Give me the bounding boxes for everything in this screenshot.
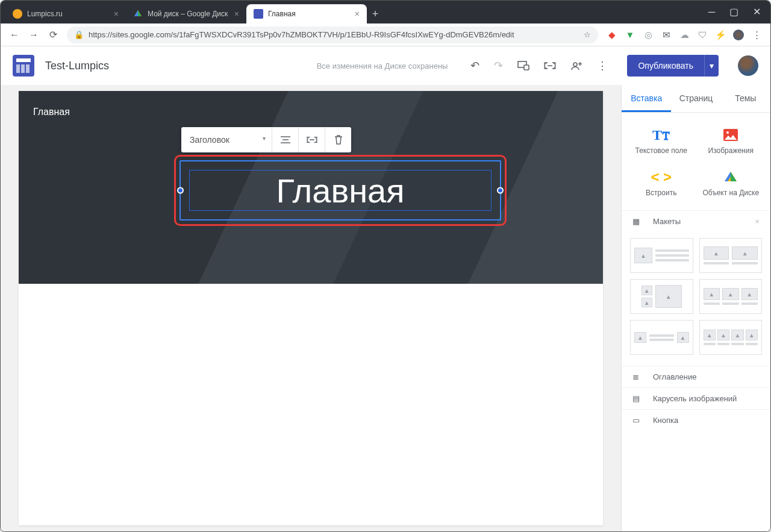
favicon: [13, 9, 22, 19]
side-tabs: Вставка Страниц Темы: [622, 85, 770, 113]
ext-icon[interactable]: ▼: [625, 30, 635, 40]
sites-app-icon[interactable]: [13, 55, 34, 77]
link-icon[interactable]: [544, 62, 556, 69]
svg-marker-2: [134, 10, 138, 16]
text-editor[interactable]: Главная: [189, 170, 492, 211]
preview-icon[interactable]: [517, 61, 529, 70]
tab-pages[interactable]: Страниц: [671, 85, 720, 112]
tab-themes[interactable]: Темы: [721, 85, 770, 112]
close-icon[interactable]: ×: [114, 9, 119, 19]
align-icon[interactable]: [272, 127, 298, 152]
undo-icon[interactable]: ↶: [470, 59, 479, 72]
button-icon: ▭: [632, 416, 645, 425]
layout-option[interactable]: ▲: [630, 238, 693, 273]
tab-label: Мой диск – Google Диск: [148, 10, 229, 18]
layout-option[interactable]: ▲▲▲: [699, 279, 763, 314]
close-icon[interactable]: ×: [355, 9, 360, 19]
tab-label: Главная: [268, 10, 350, 18]
textbox-icon: Tᴛ: [629, 126, 694, 144]
ext-avatar[interactable]: [733, 30, 744, 40]
delete-icon[interactable]: [325, 127, 351, 152]
extension-icons: ◆ ▼ ◎ ✉ ☁ 🛡 ⚡ ⋮: [607, 30, 762, 40]
autosave-status: Все изменения на Диске сохранены: [317, 61, 448, 70]
svg-marker-9: [731, 172, 737, 181]
layout-option[interactable]: ▲▲▲▲: [699, 320, 763, 355]
more-icon[interactable]: ⋮: [597, 59, 608, 72]
label: Изображения: [699, 146, 764, 155]
url-text: https://sites.google.com/s/1faFgTWSXDCvR…: [89, 30, 579, 39]
insert-drive[interactable]: Объект на Диске: [696, 163, 766, 202]
insert-images[interactable]: Изображения: [696, 121, 766, 160]
chrome-menu-icon[interactable]: ⋮: [751, 30, 762, 40]
window-controls: ─ ▢ ✕: [699, 6, 770, 23]
svg-marker-1: [138, 10, 142, 16]
tab-label: Lumpics.ru: [27, 10, 109, 18]
svg-point-5: [573, 63, 577, 66]
drive-icon: [699, 168, 764, 186]
publish-button[interactable]: Опубликовать: [627, 55, 704, 77]
selection-frame[interactable]: Главная: [179, 160, 501, 221]
browser-tabs: Lumpics.ru × Мой диск – Google Диск × Гл…: [1, 4, 699, 23]
layout-option[interactable]: ▲▲▲: [630, 279, 693, 314]
insert-embed[interactable]: < > Встроить: [626, 163, 696, 202]
layout-option[interactable]: ▲▲: [699, 238, 763, 273]
hero-title-text[interactable]: Главная: [276, 171, 404, 210]
label: Кнопка: [653, 416, 678, 425]
titlebar: Lumpics.ru × Мой диск – Google Диск × Гл…: [1, 1, 770, 23]
share-icon[interactable]: [570, 61, 582, 70]
label: Оглавление: [653, 372, 696, 381]
back-button[interactable]: ←: [9, 30, 20, 40]
ext-icon[interactable]: ☁: [679, 30, 690, 40]
browser-tab-1[interactable]: Lumpics.ru ×: [5, 4, 126, 23]
redo-icon[interactable]: ↷: [494, 59, 503, 72]
resize-handle-left[interactable]: [177, 187, 184, 194]
new-tab-button[interactable]: +: [367, 4, 384, 23]
close-icon[interactable]: ✕: [753, 6, 761, 17]
embed-icon: < >: [629, 168, 694, 186]
app-actions: ↶ ↷ ⋮: [470, 59, 608, 72]
account-avatar[interactable]: [738, 55, 758, 76]
insert-carousel[interactable]: ▤Карусель изображений: [622, 387, 770, 409]
minimize-icon[interactable]: ─: [708, 7, 715, 17]
browser-tab-3[interactable]: Главная ×: [246, 4, 367, 23]
svg-rect-4: [524, 65, 529, 70]
favicon: [133, 9, 143, 19]
insert-textbox[interactable]: Tᴛ Текстовое поле: [626, 121, 696, 160]
tab-insert[interactable]: Вставка: [622, 85, 671, 112]
svg-point-7: [726, 131, 729, 134]
hero-section[interactable]: Главная Заголовок Главная: [19, 91, 603, 284]
page-preview: Главная Заголовок Главная: [19, 91, 603, 525]
layouts-grid: ▲ ▲▲ ▲▲▲ ▲▲▲ ▲▲ ▲▲▲▲: [622, 232, 770, 366]
label: Карусель изображений: [653, 394, 737, 403]
layout-option[interactable]: ▲▲: [630, 320, 693, 355]
ext-icon[interactable]: ◆: [607, 30, 617, 40]
maximize-icon[interactable]: ▢: [729, 6, 738, 17]
layouts-header[interactable]: ▦Макеты ×: [622, 210, 770, 232]
reload-button[interactable]: ⟳: [48, 29, 58, 40]
text-style-select[interactable]: Заголовок: [181, 135, 272, 145]
page-name[interactable]: Главная: [33, 107, 70, 117]
ext-icon[interactable]: ✉: [661, 30, 672, 40]
side-panel: Вставка Страниц Темы Tᴛ Текстовое поле И…: [621, 85, 770, 531]
close-icon[interactable]: ×: [234, 9, 239, 19]
browser-tab-2[interactable]: Мой диск – Google Диск ×: [126, 4, 246, 23]
document-name[interactable]: Test-Lumpics: [45, 60, 109, 72]
forward-button[interactable]: →: [28, 30, 39, 40]
resize-handle-right[interactable]: [497, 187, 504, 194]
carousel-icon: ▤: [632, 394, 645, 403]
publish-dropdown[interactable]: ▾: [704, 55, 719, 77]
app-toolbar: Test-Lumpics Все изменения на Диске сохр…: [1, 46, 770, 85]
insert-link-icon[interactable]: [298, 127, 325, 152]
insert-toc[interactable]: ≣Оглавление: [622, 366, 770, 387]
ext-icon[interactable]: ⚡: [715, 30, 726, 40]
canvas[interactable]: Главная Заголовок Главная: [1, 85, 621, 531]
close-icon[interactable]: ×: [755, 217, 760, 226]
star-icon[interactable]: ☆: [584, 30, 591, 39]
ext-icon[interactable]: ◎: [643, 30, 654, 40]
ext-icon[interactable]: 🛡: [697, 30, 708, 40]
label: Макеты: [653, 217, 681, 226]
url-input[interactable]: 🔒 https://sites.google.com/s/1faFgTWSXDC…: [67, 27, 598, 43]
label: Текстовое поле: [629, 146, 694, 155]
insert-button[interactable]: ▭Кнопка: [622, 409, 770, 431]
workspace: Главная Заголовок Главная: [1, 85, 770, 531]
